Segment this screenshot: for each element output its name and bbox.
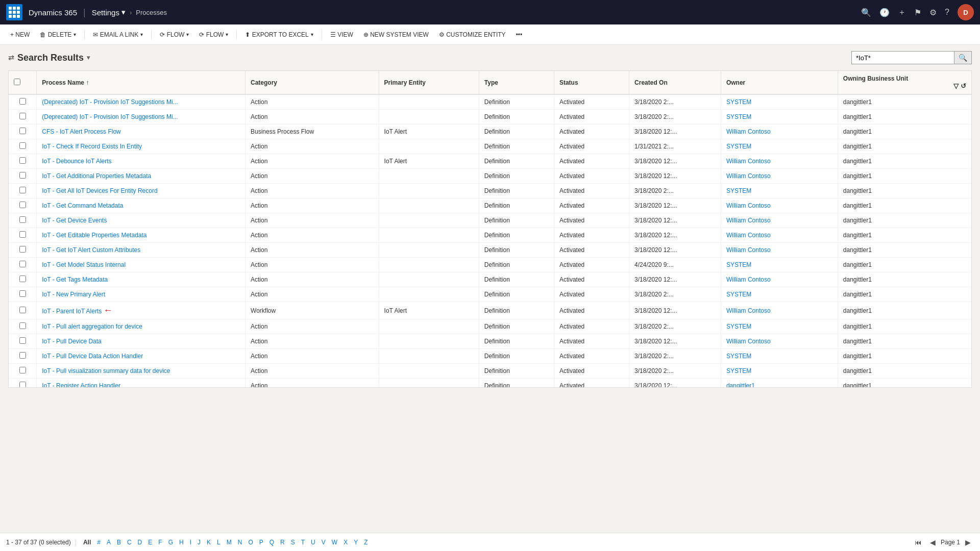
owner-link[interactable]: William Contoso [726,217,771,224]
process-name-link[interactable]: IoT - Parent IoT Alerts [42,308,102,315]
row-checkbox[interactable] [19,113,26,119]
col-header-primary-entity[interactable]: Primary Entity [379,71,479,94]
footer-letter-m[interactable]: M [224,538,234,547]
col-header-category[interactable]: Category [246,71,379,94]
owner-link[interactable]: William Contoso [726,158,771,165]
row-checkbox[interactable] [19,98,26,105]
select-all-checkbox[interactable] [14,79,20,85]
row-checkbox-cell[interactable] [9,319,37,334]
footer-letter-l[interactable]: L [214,538,223,547]
owner-link[interactable]: William Contoso [726,307,771,314]
row-checkbox-cell[interactable] [9,364,37,379]
owner-link[interactable]: SYSTEM [726,143,751,150]
owner-link[interactable]: William Contoso [726,232,771,239]
search-icon[interactable]: 🔍 [861,8,871,17]
process-name-link[interactable]: IoT - Pull alert aggregation for device [42,323,142,330]
user-avatar[interactable]: D [958,4,974,20]
owner-link[interactable]: dangittler1 [726,382,755,387]
process-name-link[interactable]: IoT - Pull Device Data Action Handler [42,353,143,360]
row-checkbox[interactable] [19,322,26,329]
row-checkbox[interactable] [19,172,26,179]
footer-letter-e[interactable]: E [145,538,155,547]
row-checkbox-cell[interactable] [9,94,37,110]
process-name-link[interactable]: IoT - Get IoT Alert Custom Attributes [42,246,140,254]
row-checkbox[interactable] [19,307,26,313]
row-checkbox[interactable] [19,128,26,134]
row-checkbox-cell[interactable] [9,124,37,139]
process-name-link[interactable]: IoT - Get All IoT Devices For Entity Rec… [42,187,157,194]
row-checkbox[interactable] [19,367,26,373]
row-checkbox-cell[interactable] [9,334,37,349]
footer-letter-j[interactable]: J [195,538,203,547]
footer-letter-x[interactable]: X [341,538,350,547]
owner-link[interactable]: SYSTEM [726,261,751,268]
process-name-link[interactable]: IoT - Pull Device Data [42,338,102,345]
history-icon[interactable]: 🕐 [879,8,890,17]
row-checkbox-cell[interactable] [9,169,37,184]
process-name-link[interactable]: IoT - Debounce IoT Alerts [42,158,111,165]
row-checkbox-cell[interactable] [9,213,37,228]
row-checkbox-cell[interactable] [9,302,37,319]
row-checkbox[interactable] [19,231,26,238]
row-checkbox[interactable] [19,157,26,164]
table-filter-icon[interactable]: ▽ [953,82,959,90]
footer-letter-w[interactable]: W [329,538,340,547]
row-checkbox-cell[interactable] [9,272,37,287]
footer-letter-c[interactable]: C [125,538,134,547]
process-name-link[interactable]: IoT - Get Editable Properties Metadata [42,232,146,239]
prev-page-btn[interactable]: ◀ [927,537,939,547]
row-checkbox-cell[interactable] [9,139,37,154]
next-page-btn[interactable]: ▶ [962,537,974,547]
more-button[interactable]: ••• [512,29,527,40]
add-icon[interactable]: ＋ [898,7,906,18]
footer-letter-s[interactable]: S [288,538,298,547]
row-checkbox[interactable] [19,337,26,344]
first-page-btn[interactable]: ⏮ [912,537,925,547]
owner-link[interactable]: William Contoso [726,276,771,283]
process-name-link[interactable]: IoT - Pull visualization summary data fo… [42,367,170,374]
owner-link[interactable]: William Contoso [726,246,771,254]
export-button[interactable]: ⬆ EXPORT TO EXCEL ▾ [241,29,317,40]
owner-link[interactable]: SYSTEM [726,113,751,120]
row-checkbox-cell[interactable] [9,258,37,272]
row-checkbox-cell[interactable] [9,110,37,124]
search-input[interactable] [852,52,954,64]
app-grid-icon[interactable] [6,4,22,20]
row-checkbox[interactable] [19,382,26,387]
table-refresh-icon[interactable]: ↺ [961,82,966,90]
row-checkbox[interactable] [19,246,26,253]
owner-link[interactable]: SYSTEM [726,367,751,374]
process-name-link[interactable]: IoT - Register Action Handler [42,382,120,387]
help-icon[interactable]: ? [945,8,949,17]
footer-letter-f[interactable]: F [156,538,164,547]
process-name-link[interactable]: IoT - Get Device Events [42,217,107,224]
row-checkbox-cell[interactable] [9,243,37,258]
customize-entity-button[interactable]: ⚙ CUSTOMIZE ENTITY [435,29,510,40]
owner-link[interactable]: SYSTEM [726,291,751,298]
owner-link[interactable]: SYSTEM [726,187,751,194]
process-name-link[interactable]: IoT - Check If Record Exists In Entity [42,143,142,150]
process-name-link[interactable]: (Deprecated) IoT - Provision IoT Suggest… [42,98,178,106]
row-checkbox-cell[interactable] [9,154,37,169]
view-button[interactable]: ☰ VIEW [326,29,357,40]
process-name-link[interactable]: IoT - Get Command Metadata [42,202,123,209]
process-name-link[interactable]: IoT - New Primary Alert [42,291,105,298]
footer-letter-p[interactable]: P [257,538,266,547]
row-checkbox-cell[interactable] [9,287,37,302]
row-checkbox[interactable] [19,276,26,282]
row-checkbox[interactable] [19,142,26,149]
footer-hash-btn[interactable]: # [94,538,103,547]
new-system-view-button[interactable]: ⊕ NEW SYSTEM VIEW [359,29,433,40]
col-header-created-on[interactable]: Created On [629,71,721,94]
col-header-owning-bu[interactable]: Owning Business Unit ▽ ↺ [838,71,971,94]
owner-link[interactable]: William Contoso [726,202,771,209]
row-checkbox-cell[interactable] [9,379,37,388]
footer-letter-z[interactable]: Z [361,538,370,547]
row-checkbox[interactable] [19,202,26,208]
col-header-status[interactable]: Status [554,71,629,94]
owner-link[interactable]: SYSTEM [726,98,751,106]
row-checkbox[interactable] [19,290,26,297]
footer-letter-n[interactable]: N [235,538,245,547]
footer-letter-o[interactable]: O [246,538,255,547]
row-checkbox[interactable] [19,187,26,193]
